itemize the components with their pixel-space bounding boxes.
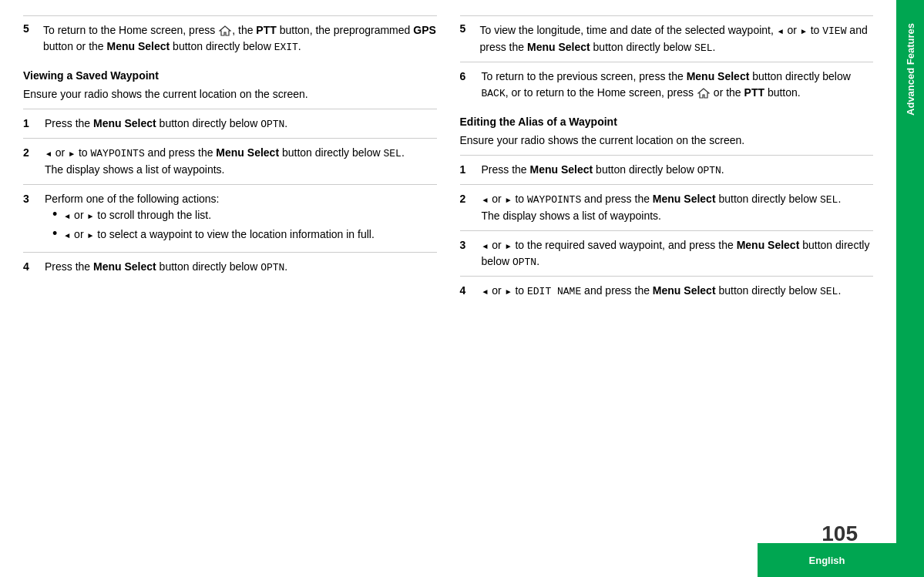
step5-right: 5 To view the longitude, time and date o…: [460, 15, 874, 62]
right-item-1-number: 1: [460, 162, 474, 179]
svg-marker-0: [220, 26, 230, 35]
left-column: 5 To return to the Home screen, press , …: [23, 15, 437, 562]
main-content: 5 To return to the Home screen, press , …: [0, 0, 896, 577]
right-item-2-number: 2: [460, 191, 474, 224]
bullet-list: • or to scroll through the list. • or to…: [52, 207, 437, 243]
home-icon-right: [697, 88, 710, 99]
step6-right-number: 6: [460, 69, 474, 102]
right-item-2: 2 or to WAYPOINTS and press the Menu Sel…: [460, 184, 874, 230]
sidebar-label: Advanced Features: [905, 23, 916, 116]
right-item-4: 4 or to EDIT NAME and press the Menu Sel…: [460, 276, 874, 306]
left-item-4-content: Press the Menu Select button directly be…: [45, 259, 437, 276]
bullet-text-2: or to select a waypoint to view the loca…: [63, 226, 374, 243]
bullet-text-1: or to scroll through the list.: [63, 207, 211, 223]
section1-heading: Viewing a Saved Waypoint: [23, 69, 437, 82]
page-body: 5 To return to the Home screen, press , …: [0, 0, 896, 577]
left-item-2: 2 or to WAYPOINTS and press the Menu Sel…: [23, 138, 437, 184]
step6-right: 6 To return to the previous screen, pres…: [460, 62, 874, 108]
step5-right-content: To view the longitude, time and date of …: [480, 22, 874, 55]
left-item-3-number: 3: [23, 191, 37, 246]
right-item-4-content: or to EDIT NAME and press the Menu Selec…: [482, 283, 874, 300]
step5-left-content: To return to the Home screen, press , th…: [43, 22, 437, 55]
step6-right-content: To return to the previous screen, press …: [482, 69, 874, 102]
left-item-4: 4 Press the Menu Select button directly …: [23, 252, 437, 282]
bullet-item-2: • or to select a waypoint to view the lo…: [52, 226, 437, 243]
section1-intro: Ensure your radio shows the current loca…: [23, 86, 437, 102]
section2-intro: Ensure your radio shows the current loca…: [460, 133, 874, 149]
right-item-4-number: 4: [460, 283, 474, 300]
right-item-3-number: 3: [460, 237, 474, 270]
step5-left-number: 5: [23, 22, 35, 55]
left-item-2-content: or to WAYPOINTS and press the Menu Selec…: [45, 145, 437, 178]
left-item-4-number: 4: [23, 259, 37, 276]
right-item-1: 1 Press the Menu Select button directly …: [460, 155, 874, 185]
right-item-1-content: Press the Menu Select button directly be…: [482, 162, 874, 179]
left-item-1-content: Press the Menu Select button directly be…: [45, 116, 437, 133]
home-icon: [219, 25, 231, 36]
bullet-dot-1: •: [52, 207, 57, 223]
left-item-1: 1 Press the Menu Select button directly …: [23, 109, 437, 139]
sidebar-tab: Advanced Features: [896, 0, 924, 577]
bullet-item-1: • or to scroll through the list.: [52, 207, 437, 223]
section2-heading: Editing the Alias of a Waypoint: [460, 116, 874, 128]
right-item-2-content: or to WAYPOINTS and press the Menu Selec…: [482, 191, 874, 224]
svg-marker-1: [698, 89, 709, 98]
english-badge: English: [758, 543, 896, 577]
arrow-right-icon: [68, 146, 76, 159]
step5-left: 5 To return to the Home screen, press , …: [23, 15, 437, 62]
arrow-left-icon: [45, 146, 52, 159]
step5-right-number: 5: [460, 22, 472, 55]
right-item-3-content: or to the required saved waypoint, and p…: [482, 237, 874, 270]
left-item-2-number: 2: [23, 145, 37, 178]
right-item-3: 3 or to the required saved waypoint, and…: [460, 230, 874, 277]
left-item-1-number: 1: [23, 116, 37, 133]
left-item-3: 3 Perform one of the following actions: …: [23, 184, 437, 252]
left-item-3-content: Perform one of the following actions: • …: [45, 191, 437, 246]
right-column: 5 To view the longitude, time and date o…: [460, 15, 874, 562]
bullet-dot-2: •: [52, 226, 57, 243]
